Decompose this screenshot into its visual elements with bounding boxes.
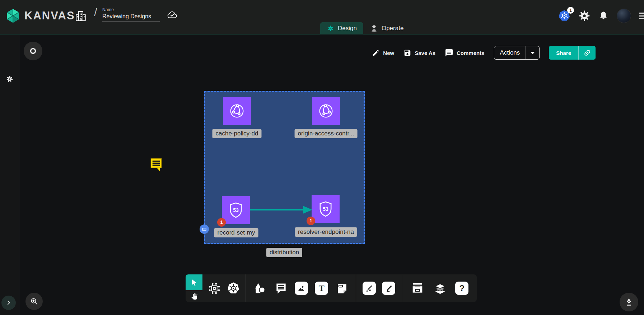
new-label: New: [383, 50, 394, 56]
settings-gear-icon[interactable]: [579, 10, 590, 22]
share-label: Share: [549, 46, 578, 60]
edge-pen-tool[interactable]: [363, 282, 376, 295]
kubernetes-tool[interactable]: [226, 281, 241, 296]
tool-dock: T: [186, 274, 477, 302]
note-tool[interactable]: [335, 282, 349, 295]
kubernetes-status[interactable]: 1: [558, 9, 571, 22]
link-icon: [582, 47, 593, 58]
arrowhead-icon: [303, 206, 312, 214]
menu-icon[interactable]: [639, 11, 644, 20]
notifications-bell-icon[interactable]: [598, 10, 609, 22]
expand-rail-button[interactable]: [1, 296, 16, 310]
component-tool[interactable]: [207, 282, 221, 295]
design-spiral-icon: [327, 24, 335, 32]
select-tool[interactable]: [186, 274, 202, 290]
save-as-label: Save As: [415, 50, 435, 56]
cloudfront-globe-icon: [228, 102, 246, 120]
route53-shield-icon: 53: [316, 200, 335, 218]
svg-text:53: 53: [323, 206, 328, 212]
help-tool[interactable]: ?: [455, 282, 468, 295]
pencil-new-icon: [372, 49, 380, 57]
design-action-bar: New Save As Comments Actions Share: [372, 46, 596, 60]
actions-dropdown-toggle[interactable]: [526, 46, 539, 60]
node-label-record-set[interactable]: record-set-my: [214, 228, 258, 237]
operate-person-icon: [370, 24, 378, 33]
edge-record-set-to-resolver[interactable]: [249, 204, 313, 215]
sticky-note-icon: [335, 282, 349, 295]
question-icon: ?: [455, 282, 468, 295]
collapse-icon: [202, 228, 206, 231]
header-right-icons: 1: [558, 9, 644, 23]
node-cache-policy[interactable]: [223, 97, 251, 125]
error-count-badge[interactable]: 1: [217, 218, 226, 227]
cursor-icon: [190, 278, 198, 286]
chevron-down-icon: [531, 52, 535, 54]
pen-nib-button[interactable]: [620, 293, 638, 311]
node-label-origin-access-control[interactable]: origin-access-contr...: [295, 129, 358, 138]
flower-button[interactable]: [24, 42, 42, 60]
group-label-distribution[interactable]: distribution: [266, 248, 302, 257]
comments-icon: [445, 48, 453, 57]
node-label-resolver-endpoint[interactable]: resolver-endpoint-na: [295, 227, 357, 237]
layers-icon: [433, 281, 447, 296]
tab-design-label: Design: [338, 25, 357, 32]
organization-icon[interactable]: [74, 9, 87, 23]
flower-icon: [29, 47, 37, 55]
image-icon: [297, 284, 306, 293]
image-tool[interactable]: [295, 282, 308, 295]
comment-tool-icon: [274, 282, 288, 295]
pen-arrow-icon: [364, 284, 374, 293]
zoom-in-button[interactable]: [25, 293, 43, 310]
node-record-set[interactable]: 53 1: [222, 196, 250, 224]
avatar[interactable]: [617, 9, 631, 23]
tab-operate-label: Operate: [382, 25, 403, 32]
chevron-right-icon: [6, 300, 11, 306]
group-collapse-handle[interactable]: [200, 224, 209, 234]
component-chip-icon: [207, 282, 221, 295]
error-count-badge[interactable]: 1: [307, 217, 315, 225]
node-label-cache-policy[interactable]: cache-policy-dd: [212, 129, 261, 138]
comment-bubble-icon: [148, 157, 164, 172]
kanvas-logo[interactable]: KANVAS: [5, 8, 75, 24]
design-name-label: Name: [102, 7, 160, 12]
svg-text:53: 53: [233, 207, 239, 213]
design-name-input[interactable]: [102, 12, 160, 22]
breadcrumb-slash: /: [94, 6, 97, 19]
comments-button[interactable]: Comments: [445, 48, 485, 57]
route53-shield-icon: 53: [227, 201, 245, 219]
kanvas-hexagon-icon: [5, 8, 21, 24]
design-name-field: Name: [102, 7, 160, 22]
layers-tool[interactable]: [433, 281, 447, 296]
actions-button[interactable]: Actions: [494, 46, 540, 60]
kubernetes-count-badge: 1: [567, 7, 574, 14]
shapes-tool[interactable]: [253, 281, 267, 296]
comment-marker[interactable]: [148, 157, 164, 174]
app-header: KANVAS / Name: [0, 0, 644, 34]
pencil-draw-tool[interactable]: [382, 282, 395, 295]
cloudfront-globe-icon: [317, 102, 335, 120]
left-rail: [0, 35, 19, 315]
text-tool[interactable]: T: [315, 282, 328, 295]
copy-link-button[interactable]: [578, 46, 596, 60]
node-resolver-endpoint[interactable]: 53 1: [312, 195, 340, 223]
text-icon: T: [315, 282, 328, 295]
cloud-saved-icon: [166, 9, 178, 20]
mode-tabs: Design Operate: [320, 22, 410, 34]
shapes-icon: [253, 281, 267, 296]
node-origin-access-control[interactable]: [312, 97, 340, 125]
meshery-spiral-icon[interactable]: [5, 74, 14, 84]
save-as-button[interactable]: Save As: [403, 49, 435, 57]
kubernetes-wheel-icon: [226, 281, 241, 296]
zoom-in-icon: [30, 297, 38, 306]
save-floppy-icon: [403, 49, 411, 57]
pan-tool[interactable]: [186, 290, 202, 302]
brand-title: KANVAS: [24, 9, 75, 22]
pencil-scribble-icon: [384, 284, 393, 293]
tab-operate[interactable]: Operate: [363, 22, 410, 34]
new-button[interactable]: New: [372, 49, 394, 57]
tab-design[interactable]: Design: [320, 22, 363, 34]
hand-icon: [191, 293, 198, 300]
comment-tool[interactable]: [274, 282, 288, 295]
drawer-tool[interactable]: [410, 281, 425, 296]
share-button[interactable]: Share: [549, 46, 596, 60]
